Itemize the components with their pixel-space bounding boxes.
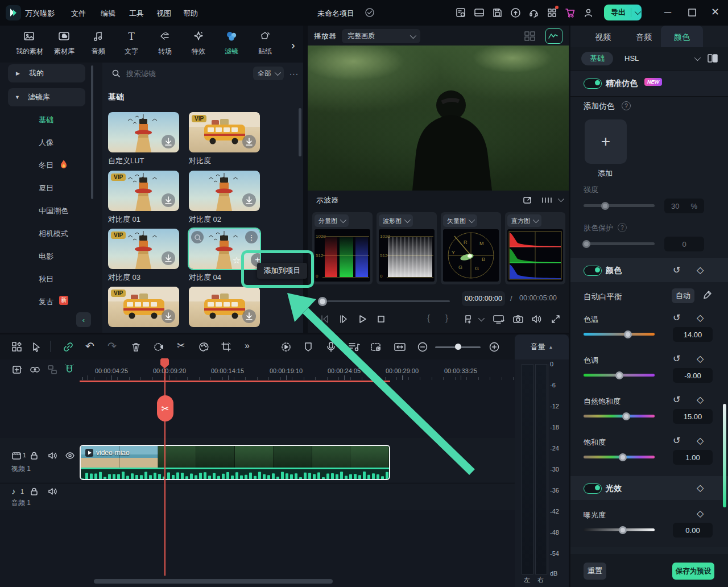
content-scrollbar[interactable] bbox=[299, 108, 301, 156]
marker-shield-icon[interactable] bbox=[303, 341, 313, 353]
color-palette-icon[interactable] bbox=[198, 341, 209, 353]
more-options-icon[interactable]: ··· bbox=[289, 70, 299, 77]
filter-scope-dropdown[interactable]: 全部 bbox=[253, 67, 284, 80]
filter-card[interactable]: 自定义LUT bbox=[108, 112, 179, 166]
color-section-toggle[interactable] bbox=[584, 266, 602, 276]
tab-effects[interactable]: 特效 bbox=[182, 30, 215, 56]
sidebar-item-china-chic[interactable]: 中国潮色 bbox=[39, 206, 68, 216]
project-settings-icon[interactable] bbox=[456, 7, 466, 18]
sidebar-item-cinema[interactable]: 电影 bbox=[39, 251, 53, 262]
split-scissors-icon[interactable]: ✂ bbox=[177, 341, 185, 350]
reset-button[interactable]: 重置 bbox=[584, 563, 606, 580]
download-icon[interactable] bbox=[242, 309, 257, 324]
scope-type-dropdown[interactable]: 波形图 bbox=[379, 214, 413, 227]
speed-control-icon[interactable] bbox=[280, 341, 292, 353]
download-icon[interactable] bbox=[161, 134, 176, 149]
zoom-in-icon[interactable] bbox=[489, 341, 500, 353]
filter-card[interactable]: VIP 对比度 bbox=[189, 112, 260, 166]
sidebar-item-basic[interactable]: 基础 bbox=[39, 115, 53, 125]
lock-icon[interactable] bbox=[30, 487, 39, 496]
download-icon[interactable] bbox=[161, 309, 176, 324]
keyframe-icon[interactable]: ◇ bbox=[697, 395, 704, 404]
sidebar-item-winter[interactable]: 冬日 bbox=[39, 160, 53, 171]
ripple-delete-icon[interactable] bbox=[153, 341, 166, 353]
crop-icon[interactable] bbox=[221, 341, 232, 353]
zoom-out-icon[interactable] bbox=[417, 341, 428, 353]
support-headset-icon[interactable] bbox=[528, 7, 539, 18]
quality-dropdown[interactable]: 完整画质 bbox=[342, 29, 420, 43]
export-button[interactable]: 导出 bbox=[604, 5, 642, 20]
vibrance-slider[interactable] bbox=[584, 415, 655, 417]
marker-icon[interactable] bbox=[462, 313, 474, 325]
filter-card[interactable]: 对比度 02 bbox=[189, 171, 260, 225]
cart-icon[interactable] bbox=[564, 7, 576, 19]
props-scrollbar[interactable] bbox=[723, 404, 726, 507]
sidebar-item-camera-mode[interactable]: 相机模式 bbox=[39, 229, 68, 239]
download-icon[interactable] bbox=[161, 251, 176, 266]
ungroup-icon[interactable] bbox=[47, 364, 58, 375]
tint-value[interactable]: -9.00 bbox=[673, 368, 713, 383]
search-input[interactable] bbox=[125, 69, 253, 78]
tabstrip-more-chevron-icon[interactable]: › bbox=[291, 39, 295, 51]
tab-transitions[interactable]: 转场 bbox=[148, 30, 181, 56]
save-preset-button[interactable]: 保存为预设 bbox=[672, 563, 714, 580]
mute-speaker-icon[interactable] bbox=[48, 451, 58, 460]
tint-slider[interactable] bbox=[584, 374, 655, 377]
tab-audio[interactable]: 音频 bbox=[636, 32, 652, 43]
reset-icon[interactable]: ↺ bbox=[673, 395, 680, 404]
next-frame-icon[interactable] bbox=[338, 313, 349, 325]
more-tools-icon[interactable]: » bbox=[245, 341, 250, 350]
sidebar-collapse-button[interactable]: ‹ bbox=[76, 312, 91, 327]
timeline-horizontal-scrollbar[interactable] bbox=[94, 579, 333, 584]
exposure-value[interactable]: 0.00 bbox=[673, 523, 713, 538]
window-minimize-button[interactable]: ─ bbox=[664, 7, 671, 17]
tab-filters[interactable]: 滤镜 bbox=[215, 30, 248, 56]
scope-type-dropdown[interactable]: 矢量图 bbox=[443, 214, 477, 227]
vibrance-value[interactable]: 15.00 bbox=[673, 409, 713, 424]
preview-zoom-icon[interactable] bbox=[191, 231, 204, 243]
card-more-icon[interactable]: ⋮ bbox=[245, 231, 258, 243]
tab-text[interactable]: T 文字 bbox=[115, 30, 148, 56]
keyframe-icon[interactable]: ◇ bbox=[697, 436, 704, 445]
record-voiceover-icon[interactable] bbox=[325, 341, 337, 353]
timecode-current[interactable]: 00:00:00:00 bbox=[462, 291, 505, 306]
mark-in-icon[interactable]: { bbox=[427, 313, 430, 322]
stop-icon[interactable] bbox=[375, 313, 387, 325]
download-icon[interactable] bbox=[242, 134, 257, 149]
audio-track-lane[interactable] bbox=[0, 483, 515, 510]
exposure-slider[interactable] bbox=[584, 528, 655, 531]
fullscreen-icon[interactable] bbox=[550, 313, 561, 325]
reset-icon[interactable]: ↺ bbox=[673, 313, 680, 323]
seek-thumb[interactable] bbox=[318, 297, 327, 306]
menu-view[interactable]: 视图 bbox=[156, 9, 171, 19]
subtab-dropdown-chevron-icon[interactable] bbox=[694, 55, 701, 61]
sidebar-item-retro[interactable]: 复古 bbox=[39, 297, 53, 307]
undo-icon[interactable]: ↶ bbox=[85, 341, 94, 352]
mute-speaker-icon[interactable] bbox=[48, 487, 58, 496]
user-account-icon[interactable] bbox=[583, 7, 594, 18]
sidebar-scrollbar[interactable] bbox=[91, 65, 93, 199]
snapshot-camera-icon[interactable] bbox=[512, 313, 524, 325]
volume-speaker-icon[interactable] bbox=[531, 313, 543, 325]
link-clips-icon[interactable] bbox=[63, 341, 74, 353]
lock-icon[interactable] bbox=[30, 451, 39, 460]
strength-value[interactable]: 30% bbox=[664, 199, 704, 213]
video-clip[interactable]: video-miao bbox=[80, 445, 390, 480]
keyframe-icon[interactable]: ◇ bbox=[697, 266, 704, 275]
awb-auto-button[interactable]: 自动 bbox=[672, 288, 694, 303]
add-track-icon[interactable] bbox=[11, 364, 23, 375]
subtab-hsl[interactable]: HSL bbox=[624, 54, 639, 63]
help-icon[interactable]: ? bbox=[618, 223, 627, 232]
link-group-icon[interactable] bbox=[29, 364, 42, 375]
download-icon[interactable] bbox=[161, 193, 176, 208]
scopes-toggle-button[interactable] bbox=[545, 28, 562, 44]
menu-help[interactable]: 帮助 bbox=[183, 9, 198, 19]
select-tool-icon[interactable] bbox=[31, 341, 42, 353]
mark-out-icon[interactable]: } bbox=[445, 313, 448, 322]
tab-stickers[interactable]: 贴纸 bbox=[249, 30, 282, 56]
render-preview-icon[interactable] bbox=[370, 341, 383, 353]
reset-icon[interactable]: ↺ bbox=[673, 436, 680, 445]
video-preview[interactable] bbox=[308, 46, 569, 191]
eyedropper-icon[interactable] bbox=[702, 290, 713, 300]
scopes-chevron-icon[interactable] bbox=[558, 196, 564, 202]
